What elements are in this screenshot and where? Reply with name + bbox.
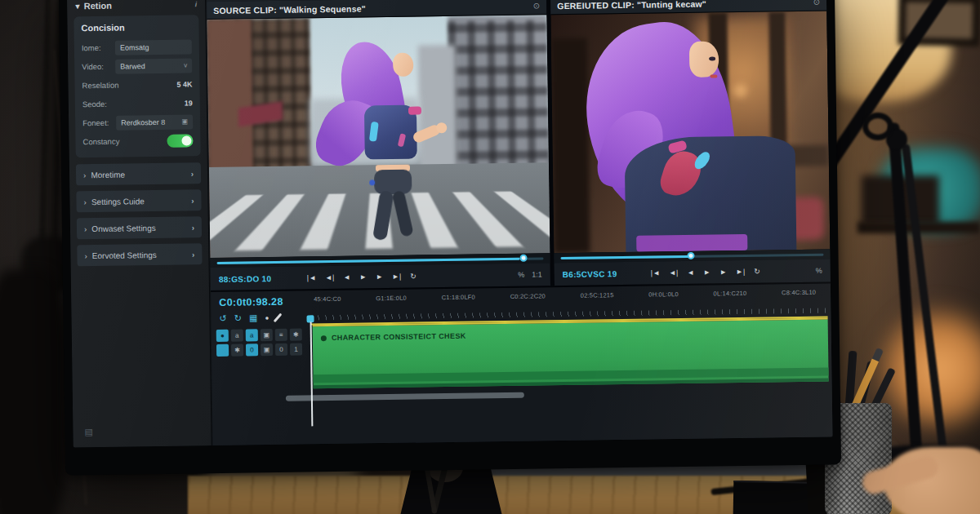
chevron-right-icon: › xyxy=(84,251,87,260)
mic-stand-base xyxy=(0,269,67,514)
character-waistband xyxy=(637,233,747,251)
main-area: SOURCE CLIP: "Walking Sequense" ⊙ xyxy=(207,0,833,445)
track-mute-toggle[interactable]: 0 xyxy=(275,343,287,356)
progress-fill xyxy=(217,258,520,264)
section-label: Eorvoted Settings xyxy=(92,250,157,260)
format-field[interactable]: Rerdkosber 8 ▣ xyxy=(116,114,193,130)
next-frame-button[interactable]: ►| xyxy=(392,273,401,281)
reverse-button[interactable]: ◄ xyxy=(343,273,350,281)
name-label: Iome: xyxy=(82,43,101,52)
skip-start-button[interactable]: |◄ xyxy=(307,273,316,281)
resolution-label: Reselation xyxy=(82,81,118,91)
prev-frame-button[interactable]: ◄| xyxy=(669,268,678,277)
source-clip-title: SOURCE CLIP: "Walking Sequense" xyxy=(213,3,366,16)
track-lock2-toggle[interactable]: ▣ xyxy=(261,343,273,356)
sidebar-section-eorvoted[interactable]: › Eorvoted Settings › xyxy=(77,243,202,266)
fast-forward-button[interactable]: ► xyxy=(376,273,383,281)
track-a2-toggle[interactable]: a xyxy=(246,329,258,341)
character-hips xyxy=(374,170,412,195)
undo-tool-icon[interactable]: ↺ xyxy=(219,313,226,324)
character-eye xyxy=(709,56,715,60)
consistency-toggle[interactable] xyxy=(167,134,193,147)
track-list-toggle[interactable]: ≡ xyxy=(275,329,287,341)
app-window: ▾ Retion i Concision Iome: Eomsatg Video… xyxy=(67,0,833,447)
name-value: Eomsatg xyxy=(120,43,149,51)
track-select-toggle[interactable] xyxy=(216,344,229,357)
chevron-right-icon: › xyxy=(191,196,194,205)
section-label: Settings Cuide xyxy=(91,197,145,206)
progress-knob[interactable] xyxy=(687,252,694,259)
video-dropdown[interactable]: Barwed v xyxy=(115,58,192,73)
chevron-right-icon: › xyxy=(83,171,86,179)
character-watch xyxy=(369,179,375,185)
next-frame-button[interactable]: ►| xyxy=(736,268,745,276)
razor-tool-icon[interactable] xyxy=(273,313,282,323)
chevron-right-icon: › xyxy=(192,250,194,259)
ruler-tick-label: 02:5C:1215 xyxy=(581,291,614,299)
reverse-button[interactable]: ◄ xyxy=(687,268,694,277)
generated-video-preview[interactable] xyxy=(550,11,830,254)
redo-tool-icon[interactable]: ↻ xyxy=(234,313,242,324)
skip-start-button[interactable]: |◄ xyxy=(651,268,660,277)
timeline-scrollbar[interactable] xyxy=(286,392,524,401)
settings-sidebar: ▾ Retion i Concision Iome: Eomsatg Video… xyxy=(67,0,212,447)
info-icon[interactable]: i xyxy=(195,0,198,8)
panel-menu-icon[interactable]: ⊙ xyxy=(813,0,821,7)
attach-icon: ▣ xyxy=(182,117,189,125)
format-value: Rerdkosber 8 xyxy=(121,117,165,126)
dot-tool-icon[interactable]: ● xyxy=(265,314,269,321)
play-button[interactable]: ► xyxy=(359,273,367,281)
track-visibility-toggle[interactable]: ● xyxy=(216,330,229,342)
clip-label: CHARACTER CONSISTEICT CHESK xyxy=(332,332,466,342)
caret-down-icon[interactable]: ▾ xyxy=(75,1,80,11)
fast-forward-button[interactable]: ► xyxy=(719,268,727,276)
character-face xyxy=(393,52,413,76)
consistency-check-clip[interactable]: CHARACTER CONSISTEICT CHESK xyxy=(313,318,829,389)
zoom-fit-icon[interactable]: 1:1 xyxy=(532,270,542,278)
ruler-tick-label: C1:18:0LF0 xyxy=(442,294,475,302)
chevron-right-icon: › xyxy=(191,169,194,178)
card-title: Concision xyxy=(81,21,191,33)
settings-card: Concision Iome: Eomsatg Video: Barwed v … xyxy=(74,15,200,157)
video-label: Video: xyxy=(82,62,104,71)
ruler-tick-label: 0L:14:C210 xyxy=(713,290,746,298)
toggle-knob xyxy=(181,135,191,145)
track-a1-toggle[interactable]: a xyxy=(231,330,243,342)
loop-button[interactable]: ↻ xyxy=(754,268,760,276)
seed-label: Seode: xyxy=(82,100,107,109)
play-button[interactable]: ► xyxy=(703,268,710,277)
chevron-right-icon: › xyxy=(192,223,194,232)
video-value: Barwed xyxy=(120,62,145,70)
grid-tool-icon[interactable]: ▦ xyxy=(249,312,258,323)
zoom-percent-icon[interactable]: % xyxy=(816,267,822,275)
sidebar-section-onwaset[interactable]: › Onwaset Settings › xyxy=(77,216,202,239)
ruler-tick-label: C0:2C:2C20 xyxy=(510,292,546,300)
sidebar-footer-icon[interactable]: ▤ xyxy=(84,427,93,437)
timeline-panel: C0:0t0:98.28 ↺ ↻ ▦ ● 45:4C:C0 G1:1E:0L0 … xyxy=(211,282,833,446)
progress-fill xyxy=(561,255,689,259)
prev-frame-button[interactable]: ◄| xyxy=(325,273,334,281)
progress-knob[interactable] xyxy=(519,255,527,262)
source-video-preview[interactable] xyxy=(207,15,550,258)
generated-timecode: B6:5CVSC 19 xyxy=(563,268,651,279)
zoom-percent-icon[interactable]: % xyxy=(518,271,524,279)
track-settings-toggle[interactable]: ✱ xyxy=(290,329,302,341)
track-controls: ● a a ▣ ≡ ✱ ✱ 0 ▣ 0 xyxy=(216,329,302,357)
source-timecode: 88:GS:DO 10 xyxy=(219,273,307,284)
track-lock-toggle[interactable]: ▣ xyxy=(261,329,273,341)
sidebar-section-settings-guide[interactable]: › Settings Cuide › xyxy=(76,189,201,212)
track-zero-toggle[interactable]: 0 xyxy=(246,343,258,356)
format-label: Foneet: xyxy=(82,118,109,127)
jacket-collar xyxy=(408,106,421,114)
panel-menu-icon[interactable]: ⊙ xyxy=(533,1,541,10)
track-gear-toggle[interactable]: ✱ xyxy=(231,344,243,357)
loop-button[interactable]: ↻ xyxy=(410,273,416,281)
desk-lamp-spring xyxy=(862,113,893,140)
ruler-tick-label: 45:4C:C0 xyxy=(314,295,341,303)
consistency-label: Constancy xyxy=(82,137,119,147)
generated-clip-panel: GEREIUTED CLIP: "Tunting kecaw" ⊙ xyxy=(550,0,831,286)
resolution-value: 5 4K xyxy=(176,80,192,88)
sidebar-section-moretime[interactable]: › Moretime › xyxy=(76,162,201,185)
track-solo-toggle[interactable]: 1 xyxy=(290,343,302,356)
name-field[interactable]: Eomsatg xyxy=(115,39,192,55)
